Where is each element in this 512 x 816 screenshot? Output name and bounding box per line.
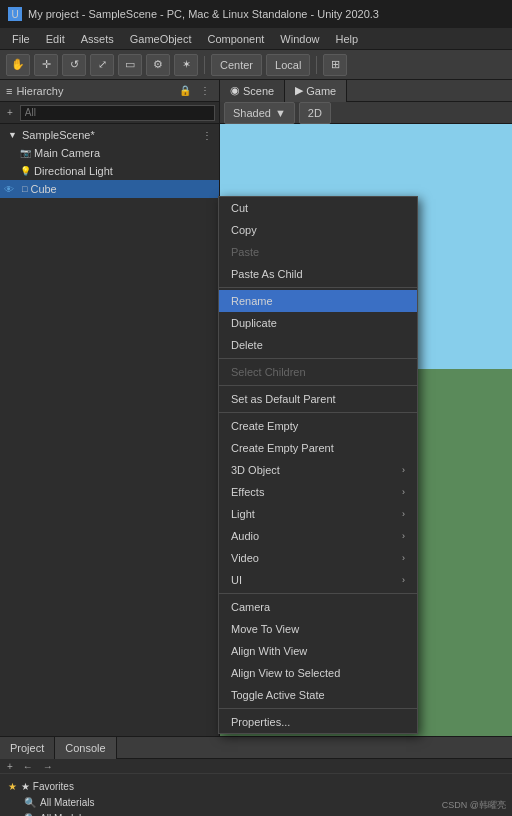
project-fwd-btn[interactable]: → [40,760,56,773]
ctx-video[interactable]: Video › [219,547,417,569]
hierarchy-title: Hierarchy [16,85,63,97]
hierarchy-content: ▼ SampleScene* ⋮ 📷 Main Camera 💡 Directi… [0,124,219,736]
menu-help[interactable]: Help [327,31,366,47]
menu-gameobject[interactable]: GameObject [122,31,200,47]
center-label: Center [220,59,253,71]
tab-game[interactable]: ▶ Game [285,80,347,102]
tab-console[interactable]: Console [55,737,116,759]
light-icon: 💡 [20,166,31,176]
ctx-toggle-active-label: Toggle Active State [231,689,325,701]
ctx-copy[interactable]: Copy [219,219,417,241]
ctx-effects-label: Effects [231,486,264,498]
ctx-properties[interactable]: Properties... [219,711,417,733]
2d-toggle[interactable]: 2D [299,102,331,124]
hierarchy-dir-light[interactable]: 💡 Directional Light [0,162,219,180]
ctx-light[interactable]: Light › [219,503,417,525]
ctx-audio-arrow: › [402,531,405,541]
ctx-ui[interactable]: UI › [219,569,417,591]
shading-dropdown[interactable]: Shaded ▼ [224,102,295,124]
menu-file[interactable]: File [4,31,38,47]
ctx-ui-arrow: › [402,575,405,585]
ctx-create-empty[interactable]: Create Empty [219,415,417,437]
transform-tool[interactable]: ⚙ [146,54,170,76]
custom-tool[interactable]: ✶ [174,54,198,76]
hierarchy-cube[interactable]: 👁 □ Cube [0,180,219,198]
ctx-toggle-active[interactable]: Toggle Active State [219,684,417,706]
ctx-delete-label: Delete [231,339,263,351]
ctx-select-children-label: Select Children [231,366,306,378]
hand-tool[interactable]: ✋ [6,54,30,76]
menu-edit[interactable]: Edit [38,31,73,47]
hierarchy-more[interactable]: ⋮ [197,84,213,97]
all-materials-label: All Materials [40,797,94,808]
hierarchy-add[interactable]: + [4,106,16,119]
rect-tool[interactable]: ▭ [118,54,142,76]
scale-tool[interactable]: ⤢ [90,54,114,76]
rotate-tool[interactable]: ↺ [62,54,86,76]
project-back-btn[interactable]: ← [20,760,36,773]
ctx-audio[interactable]: Audio › [219,525,417,547]
hierarchy-search[interactable] [20,105,215,121]
ctx-3d-object[interactable]: 3D Object › [219,459,417,481]
ctx-rename[interactable]: Rename [219,290,417,312]
separator-1 [204,56,205,74]
menu-bar: File Edit Assets GameObject Component Wi… [0,28,512,50]
hamburger-icon: ≡ [6,85,12,97]
tab-project[interactable]: Project [0,737,55,759]
hierarchy-toolbar: + [0,102,219,124]
ctx-align-with-view[interactable]: Align With View [219,640,417,662]
separator-2 [316,56,317,74]
ctx-cut[interactable]: Cut [219,197,417,219]
ctx-set-default-parent[interactable]: Set as Default Parent [219,388,417,410]
grid-btn[interactable]: ⊞ [323,54,347,76]
all-materials-item[interactable]: 🔍 All Materials [4,794,508,810]
unity-icon: U [8,7,22,21]
favorites-label: ★ Favorites [21,781,74,792]
ctx-set-default-parent-label: Set as Default Parent [231,393,336,405]
ctx-camera[interactable]: Camera [219,596,417,618]
ctx-effects[interactable]: Effects › [219,481,417,503]
center-toggle[interactable]: Center [211,54,262,76]
all-models-item[interactable]: 🔍 All Models [4,810,508,816]
scene-more-btn[interactable]: ⋮ [199,129,215,142]
hierarchy-panel: ≡ Hierarchy 🔒 ⋮ + ▼ SampleScene* ⋮ 📷 Mai… [0,80,220,736]
ctx-sep-3 [219,385,417,386]
ctx-move-to-view[interactable]: Move To View [219,618,417,640]
ctx-duplicate[interactable]: Duplicate [219,312,417,334]
hierarchy-lock[interactable]: 🔒 [176,84,194,97]
ctx-sep-2 [219,358,417,359]
ctx-create-empty-parent[interactable]: Create Empty Parent [219,437,417,459]
title-text: My project - SampleScene - PC, Mac & Lin… [28,8,379,20]
hierarchy-scene[interactable]: ▼ SampleScene* ⋮ [0,126,219,144]
local-toggle[interactable]: Local [266,54,310,76]
camera-label: Main Camera [34,147,100,159]
menu-component[interactable]: Component [199,31,272,47]
ctx-duplicate-label: Duplicate [231,317,277,329]
move-tool[interactable]: ✛ [34,54,58,76]
scene-tabs: ◉ Scene ▶ Game [220,80,512,102]
ctx-sep-6 [219,708,417,709]
bottom-toolbar: + ← → [0,759,512,774]
ctx-copy-label: Copy [231,224,257,236]
shading-arrow: ▼ [275,107,286,119]
ctx-properties-label: Properties... [231,716,290,728]
hierarchy-main-camera[interactable]: 📷 Main Camera [0,144,219,162]
2d-label: 2D [308,107,322,119]
ctx-light-label: Light [231,508,255,520]
ctx-paste-child[interactable]: Paste As Child [219,263,417,285]
project-add-btn[interactable]: + [4,760,16,773]
bottom-content: ★ ★ Favorites 🔍 All Materials 🔍 All Mode… [0,774,512,816]
ctx-3d-object-label: 3D Object [231,464,280,476]
search-icon: 🔍 [24,797,36,808]
ctx-camera-label: Camera [231,601,270,613]
menu-assets[interactable]: Assets [73,31,122,47]
ctx-delete[interactable]: Delete [219,334,417,356]
game-tab-label: Game [306,85,336,97]
tab-scene[interactable]: ◉ Scene [220,80,285,102]
ctx-paste-label: Paste [231,246,259,258]
ctx-align-view-to-selected[interactable]: Align View to Selected [219,662,417,684]
hierarchy-header: ≡ Hierarchy 🔒 ⋮ [0,80,219,102]
ctx-paste: Paste [219,241,417,263]
menu-window[interactable]: Window [272,31,327,47]
ctx-align-with-view-label: Align With View [231,645,307,657]
